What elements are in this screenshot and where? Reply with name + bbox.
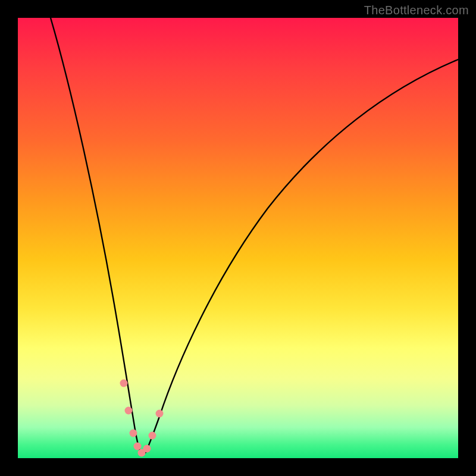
bottleneck-curve-path xyxy=(51,18,458,454)
marker-dot xyxy=(130,430,137,437)
marker-dot xyxy=(125,407,133,415)
watermark-text: TheBottleneck.com xyxy=(364,4,469,17)
chart-frame: TheBottleneck.com xyxy=(0,0,476,476)
marker-dot xyxy=(120,380,128,387)
marker-dot xyxy=(134,443,142,450)
marker-group xyxy=(120,380,164,457)
curve-svg xyxy=(18,18,458,458)
marker-dot xyxy=(149,432,156,440)
plot-area xyxy=(18,18,458,458)
marker-dot xyxy=(143,445,151,453)
marker-dot xyxy=(156,410,164,418)
